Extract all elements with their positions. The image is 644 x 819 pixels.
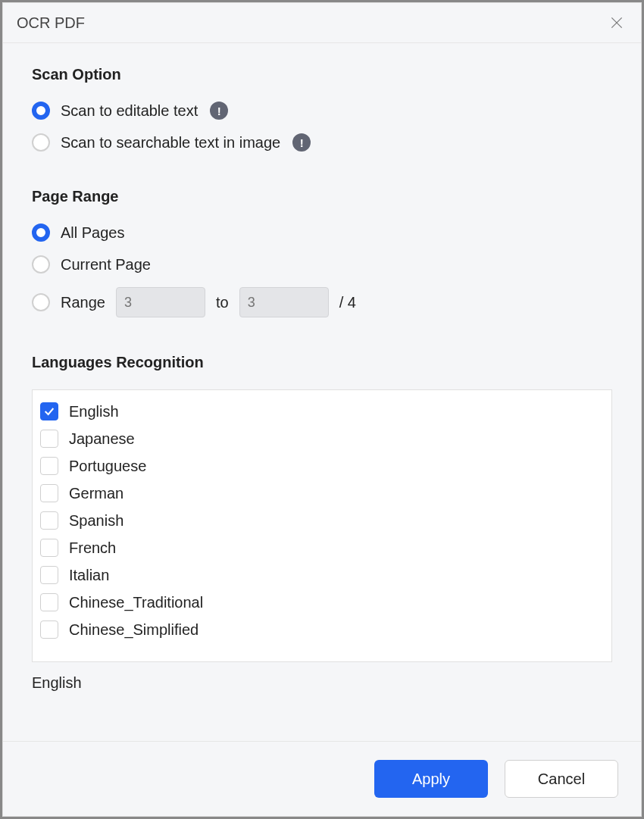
page-range-all[interactable]: All Pages bbox=[32, 224, 612, 242]
page-range-custom[interactable]: Range to / 4 bbox=[32, 287, 612, 317]
all-pages-label: All Pages bbox=[61, 224, 125, 242]
language-checkbox[interactable] bbox=[40, 457, 58, 475]
range-to-label: to bbox=[216, 294, 229, 311]
language-checkbox[interactable] bbox=[40, 593, 58, 611]
titlebar: OCR PDF bbox=[3, 3, 641, 43]
language-label: German bbox=[69, 485, 123, 502]
language-label: Chinese_Traditional bbox=[69, 594, 203, 611]
apply-button[interactable]: Apply bbox=[374, 760, 488, 798]
language-checkbox[interactable] bbox=[40, 539, 58, 557]
selected-languages-summary: English bbox=[32, 662, 612, 710]
language-row[interactable]: French bbox=[39, 534, 605, 561]
range-label: Range bbox=[61, 294, 105, 311]
info-icon[interactable]: ! bbox=[292, 133, 311, 152]
cancel-button[interactable]: Cancel bbox=[505, 760, 618, 798]
language-label: Chinese_Simplified bbox=[69, 621, 199, 639]
language-checkbox[interactable] bbox=[40, 402, 58, 420]
radio-current-page[interactable] bbox=[32, 255, 50, 274]
radio-scan-searchable[interactable] bbox=[32, 133, 50, 152]
range-total: / 4 bbox=[339, 294, 356, 311]
language-checkbox[interactable] bbox=[40, 621, 58, 639]
range-to-input[interactable] bbox=[239, 287, 329, 317]
language-checkbox[interactable] bbox=[40, 566, 58, 584]
radio-all-pages[interactable] bbox=[32, 224, 50, 242]
languages-list[interactable]: EnglishJapanesePortugueseGermanSpanishFr… bbox=[32, 389, 612, 662]
scan-editable-label: Scan to editable text bbox=[61, 102, 198, 120]
range-from-input[interactable] bbox=[116, 287, 205, 317]
radio-range[interactable] bbox=[32, 293, 50, 311]
language-row[interactable]: Spanish bbox=[39, 507, 605, 534]
close-button[interactable] bbox=[606, 12, 627, 33]
page-range-current[interactable]: Current Page bbox=[32, 255, 612, 274]
language-label: Spanish bbox=[69, 512, 123, 530]
dialog-footer: Apply Cancel bbox=[3, 741, 641, 816]
language-row[interactable]: Chinese_Simplified bbox=[39, 616, 605, 643]
radio-scan-editable[interactable] bbox=[32, 102, 50, 120]
language-label: Italian bbox=[69, 567, 109, 584]
dialog-content: Scan Option Scan to editable text ! Scan… bbox=[3, 43, 641, 741]
page-range-heading: Page Range bbox=[32, 188, 612, 205]
language-row[interactable]: German bbox=[39, 480, 605, 507]
languages-section: Languages Recognition EnglishJapanesePor… bbox=[32, 354, 612, 733]
current-page-label: Current Page bbox=[61, 256, 151, 274]
language-label: Japanese bbox=[69, 430, 135, 448]
language-checkbox[interactable] bbox=[40, 511, 58, 530]
scan-option-heading: Scan Option bbox=[32, 66, 612, 83]
languages-heading: Languages Recognition bbox=[32, 354, 612, 371]
language-row[interactable]: Portuguese bbox=[39, 452, 605, 480]
language-row[interactable]: Japanese bbox=[39, 425, 605, 452]
language-label: Portuguese bbox=[69, 458, 146, 475]
language-label: French bbox=[69, 539, 116, 557]
ocr-pdf-dialog: OCR PDF Scan Option Scan to editable tex… bbox=[2, 2, 642, 817]
info-icon[interactable]: ! bbox=[210, 102, 228, 120]
language-row[interactable]: Italian bbox=[39, 561, 605, 589]
close-icon bbox=[609, 15, 624, 30]
scan-option-searchable[interactable]: Scan to searchable text in image ! bbox=[32, 133, 612, 152]
scan-option-editable[interactable]: Scan to editable text ! bbox=[32, 102, 612, 120]
dialog-title: OCR PDF bbox=[17, 14, 85, 32]
language-checkbox[interactable] bbox=[40, 430, 58, 448]
scan-searchable-label: Scan to searchable text in image bbox=[61, 134, 280, 152]
language-label: English bbox=[69, 403, 119, 420]
language-row[interactable]: Chinese_Traditional bbox=[39, 589, 605, 616]
language-checkbox[interactable] bbox=[40, 484, 58, 502]
language-row[interactable]: English bbox=[39, 398, 605, 425]
